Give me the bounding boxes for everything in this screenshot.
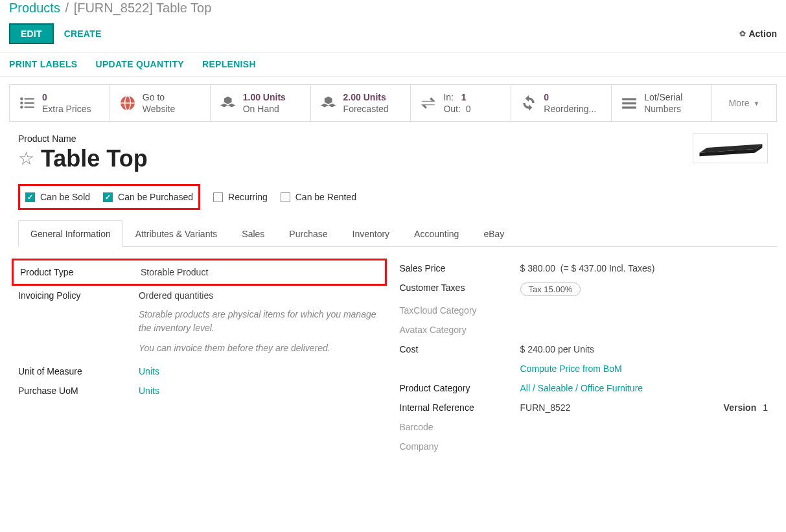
- checkbox-rented-label: Can be Rented: [295, 192, 356, 202]
- uom-label: Unit of Measure: [18, 366, 139, 376]
- lot-l2: Numbers: [644, 103, 682, 115]
- stat-lot-serial[interactable]: Lot/Serial Numbers: [612, 85, 712, 121]
- checkbox-can-be-purchased[interactable]: ✓ Can be Purchased: [103, 190, 193, 204]
- breadcrumb-sep: /: [65, 1, 69, 15]
- invoicing-policy-label: Invoicing Policy: [18, 290, 139, 301]
- internal-ref-label: Internal Reference: [400, 402, 520, 413]
- cost-label: Cost: [400, 344, 520, 354]
- customer-taxes-label: Customer Taxes: [400, 283, 520, 293]
- svg-rect-3: [25, 102, 34, 104]
- out-label: Out:: [443, 104, 460, 114]
- forecasted-value: 2.00 Units: [343, 92, 386, 102]
- sales-price-incl: (= $ 437.00 Incl. Taxes): [561, 263, 655, 273]
- tab-general[interactable]: General Information: [18, 220, 123, 247]
- uom-value[interactable]: Units: [139, 366, 387, 376]
- svg-rect-1: [25, 98, 34, 100]
- favorite-star-icon[interactable]: ☆: [18, 150, 34, 168]
- website-l2: Website: [143, 103, 175, 115]
- customer-tax-pill[interactable]: Tax 15.00%: [520, 283, 581, 296]
- list-icon: [19, 95, 36, 111]
- in-value: 1: [461, 92, 467, 102]
- cost-per: per Units: [558, 344, 594, 354]
- checkbox-icon: [213, 192, 223, 202]
- checkbox-can-be-sold[interactable]: ✓ Can be Sold: [25, 190, 90, 204]
- tab-accounting[interactable]: Accounting: [402, 220, 471, 247]
- svg-point-0: [20, 98, 23, 100]
- breadcrumb-products[interactable]: Products: [9, 1, 60, 15]
- checkbox-recurring[interactable]: Recurring: [213, 184, 268, 210]
- tab-purchase[interactable]: Purchase: [277, 220, 340, 247]
- tab-ebay[interactable]: eBay: [471, 220, 516, 247]
- globe-icon: [119, 95, 136, 111]
- transfer-icon: [420, 95, 437, 111]
- edit-button[interactable]: EDIT: [9, 23, 54, 44]
- svg-point-2: [20, 102, 23, 104]
- invoicing-policy-value: Ordered quantities: [139, 290, 387, 301]
- barcode-label: Barcode: [400, 422, 520, 432]
- company-label: Company: [400, 441, 520, 452]
- website-l1: Go to: [143, 91, 175, 103]
- sales-price-label: Sales Price: [400, 263, 520, 273]
- product-category-value[interactable]: All / Saleable / Office Furniture: [520, 383, 769, 393]
- tab-inventory[interactable]: Inventory: [340, 220, 402, 247]
- product-image[interactable]: [693, 133, 768, 163]
- checkbox-icon: [281, 192, 290, 202]
- sales-price-value: $ 380.00: [520, 263, 556, 273]
- stat-extra-prices[interactable]: 0 Extra Prices: [10, 85, 110, 121]
- check-icon: ✓: [25, 192, 35, 202]
- purchase-uom-value[interactable]: Units: [139, 386, 387, 396]
- reorder-count: 0: [544, 92, 549, 102]
- forecasted-label: Forecasted: [343, 103, 389, 115]
- tab-sales[interactable]: Sales: [229, 220, 277, 247]
- stat-forecasted[interactable]: 2.00 Units Forecasted: [311, 85, 411, 121]
- more-label: More: [729, 98, 750, 108]
- stat-website[interactable]: Go to Website: [110, 85, 211, 121]
- reorder-label: Reordering...: [544, 103, 596, 115]
- svg-rect-10: [622, 102, 636, 104]
- on-hand-value: 1.00 Units: [243, 92, 286, 102]
- avatax-label: Avatax Category: [400, 325, 520, 335]
- in-label: In:: [443, 92, 454, 102]
- stat-in-out[interactable]: In: 1 Out: 0: [411, 85, 511, 121]
- checkbox-recurring-label: Recurring: [228, 192, 268, 202]
- product-type-label: Product Type: [20, 267, 141, 277]
- action-label: Action: [748, 29, 777, 39]
- bars-icon: [621, 95, 638, 111]
- update-quantity-button[interactable]: UPDATE QUANTITY: [96, 59, 184, 69]
- boxes-icon: [220, 95, 237, 111]
- checkbox-purchased-label: Can be Purchased: [118, 192, 193, 202]
- compute-bom-link[interactable]: Compute Price from BoM: [520, 364, 769, 374]
- stat-more[interactable]: More ▼: [712, 85, 777, 121]
- checkbox-can-be-rented[interactable]: Can be Rented: [281, 184, 356, 210]
- product-category-label: Product Category: [400, 383, 520, 393]
- breadcrumb-current: [FURN_8522] Table Top: [74, 1, 212, 15]
- internal-ref-value: FURN_8522: [520, 402, 724, 413]
- svg-point-4: [20, 106, 23, 109]
- svg-rect-5: [25, 107, 34, 108]
- extra-prices-count: 0: [42, 92, 47, 102]
- refresh-icon: [520, 95, 537, 111]
- caret-down-icon: ▼: [754, 100, 760, 107]
- print-labels-button[interactable]: PRINT LABELS: [9, 59, 78, 69]
- help-text-storable: Storable products are physical items for…: [139, 308, 387, 335]
- product-name-label: Product Name: [18, 133, 693, 144]
- product-name: Table Top: [41, 145, 148, 172]
- svg-rect-9: [622, 98, 636, 100]
- out-value: 0: [466, 104, 471, 114]
- tab-attributes[interactable]: Attributes & Variants: [123, 220, 230, 247]
- stat-on-hand[interactable]: 1.00 Units On Hand: [211, 85, 311, 121]
- check-icon: ✓: [103, 192, 113, 202]
- cost-value: $ 240.00: [520, 344, 556, 354]
- action-dropdown[interactable]: ✿ Action: [739, 29, 777, 39]
- version-label: Version: [724, 402, 757, 413]
- svg-rect-11: [622, 107, 636, 109]
- stat-reordering[interactable]: 0 Reordering...: [511, 85, 612, 121]
- on-hand-label: On Hand: [243, 103, 286, 115]
- help-text-invoice: You can invoice them before they are del…: [139, 341, 387, 355]
- create-button[interactable]: CREATE: [54, 25, 112, 43]
- boxes-icon: [320, 95, 337, 111]
- replenish-button[interactable]: REPLENISH: [202, 59, 256, 69]
- taxcloud-label: TaxCloud Category: [400, 305, 520, 316]
- product-type-value: Storable Product: [141, 267, 380, 277]
- lot-l1: Lot/Serial: [644, 91, 682, 103]
